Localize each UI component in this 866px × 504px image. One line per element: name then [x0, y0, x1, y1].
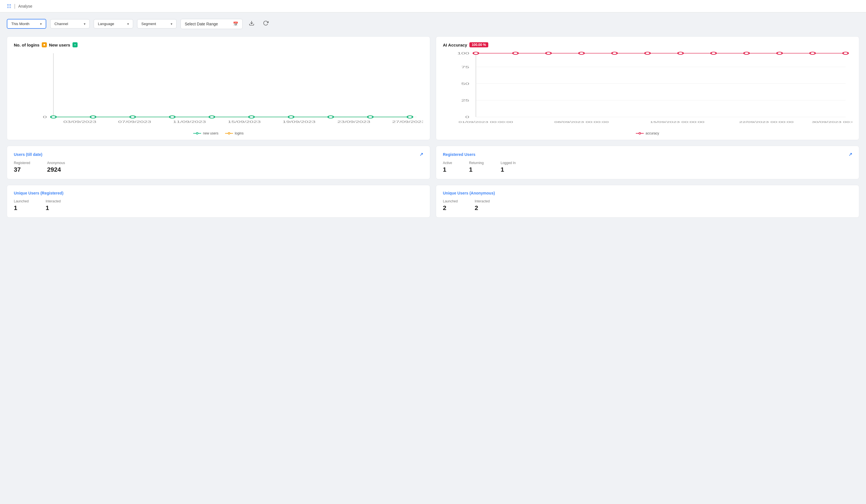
svg-text:15/09/2023: 15/09/2023 — [227, 121, 260, 124]
svg-point-55 — [777, 52, 782, 54]
channel-dropdown[interactable]: Channel ▾ — [50, 19, 90, 28]
accuracy-chart-title: AI Accuracy 100.00 % — [443, 42, 852, 47]
returning-value: 1 — [469, 166, 484, 173]
svg-text:100: 100 — [457, 51, 469, 55]
legend-accuracy: accuracy — [636, 131, 659, 135]
active-stat: Active 1 — [443, 161, 452, 173]
svg-text:07/09/2023: 07/09/2023 — [118, 121, 151, 124]
accuracy-chart-card: AI Accuracy 100.00 % 0 25 50 7 — [436, 36, 859, 140]
logged-in-stat: Logged In 1 — [501, 161, 516, 173]
language-dropdown[interactable]: Language ▾ — [94, 19, 133, 28]
unique-anon-launched-value: 2 — [443, 204, 458, 212]
svg-point-27 — [407, 116, 413, 118]
unique-anonymous-stats: Launched 2 Interacted 2 — [443, 199, 852, 212]
registered-stat: Registered 37 — [14, 161, 30, 173]
legend-logins: logins — [225, 131, 243, 135]
users-till-date-title: Users (till date) ↗ — [14, 152, 423, 157]
unique-reg-interacted-value: 1 — [46, 204, 60, 212]
registered-users-stats: Active 1 Returning 1 Logged In 1 — [443, 161, 852, 173]
date-range-picker[interactable]: Select Date Range 📅 — [180, 19, 243, 29]
svg-text:03/09/2023: 03/09/2023 — [64, 121, 97, 124]
accuracy-chart-area: 0 25 50 75 100 — [443, 50, 852, 129]
svg-text:30/09/2023 00:00:00: 30/09/2023 00:00:00 — [812, 121, 852, 124]
svg-point-23 — [249, 116, 254, 118]
svg-point-21 — [169, 116, 175, 118]
svg-text:11/09/2023: 11/09/2023 — [173, 121, 206, 124]
svg-text:0: 0 — [465, 115, 469, 119]
svg-point-49 — [579, 52, 584, 54]
svg-point-22 — [209, 116, 215, 118]
chevron-down-icon: ▾ — [40, 22, 42, 26]
accuracy-chart-legend: accuracy — [443, 131, 852, 135]
svg-point-48 — [546, 52, 551, 54]
svg-point-52 — [678, 52, 683, 54]
refresh-button[interactable] — [260, 18, 271, 30]
returning-stat: Returning 1 — [469, 161, 484, 173]
svg-point-19 — [90, 116, 96, 118]
unique-anon-interacted-value: 2 — [475, 204, 490, 212]
topbar-divider: | — [14, 3, 15, 9]
svg-text:15/09/2023 00:00:00: 15/09/2023 00:00:00 — [650, 121, 704, 124]
svg-point-18 — [51, 116, 56, 118]
chevron-down-icon: ▾ — [171, 22, 173, 26]
unique-anonymous-title: Unique Users (Anonymous) — [443, 191, 852, 195]
svg-point-54 — [744, 52, 749, 54]
svg-text:01/09/2023 00:00:00: 01/09/2023 00:00:00 — [459, 121, 513, 124]
svg-text:08/09/2023 00:00:00: 08/09/2023 00:00:00 — [554, 121, 609, 124]
svg-text:19/09/2023: 19/09/2023 — [282, 121, 315, 124]
svg-point-24 — [289, 116, 294, 118]
charts-row: No. of logins New users — [7, 36, 859, 140]
this-month-dropdown[interactable]: This Month ▾ — [7, 19, 46, 29]
registered-users-card: Registered Users ↗ Active 1 Returning 1 … — [436, 146, 859, 179]
unique-anon-launched-stat: Launched 2 — [443, 199, 458, 212]
anonymous-stat: Anonymous 2924 — [47, 161, 65, 173]
unique-registered-title: Unique Users (Registered) — [14, 191, 423, 195]
logins-chart-area: 0 — [14, 50, 423, 129]
logins-badge — [42, 42, 47, 47]
logins-chart-card: No. of logins New users — [7, 36, 430, 140]
users-till-date-link-icon[interactable]: ↗ — [420, 152, 423, 157]
svg-text:27/09/2023: 27/09/2023 — [392, 121, 423, 124]
unique-anon-interacted-stat: Interacted 2 — [475, 199, 490, 212]
main-content: This Month ▾ Channel ▾ Language ▾ Segmen… — [0, 12, 866, 229]
new-users-badge — [73, 42, 78, 47]
svg-point-56 — [810, 52, 815, 54]
svg-point-51 — [645, 52, 650, 54]
unique-anonymous-card: Unique Users (Anonymous) Launched 2 Inte… — [436, 185, 859, 218]
export-button[interactable] — [246, 18, 257, 30]
unique-registered-stats: Launched 1 Interacted 1 — [14, 199, 423, 212]
unique-registered-card: Unique Users (Registered) Launched 1 Int… — [7, 185, 430, 218]
svg-point-47 — [513, 52, 518, 54]
unique-reg-launched-stat: Launched 1 — [14, 199, 29, 212]
svg-text:23/09/2023: 23/09/2023 — [337, 121, 370, 124]
calendar-icon: 📅 — [233, 21, 238, 26]
svg-text:25: 25 — [461, 99, 469, 102]
svg-point-50 — [612, 52, 617, 54]
active-value: 1 — [443, 166, 452, 173]
svg-point-20 — [130, 116, 135, 118]
stats-row-2: Unique Users (Registered) Launched 1 Int… — [7, 185, 859, 218]
stats-row-1: Users (till date) ↗ Registered 37 Anonym… — [7, 146, 859, 179]
svg-point-26 — [368, 116, 373, 118]
unique-reg-interacted-stat: Interacted 1 — [46, 199, 60, 212]
registered-users-title: Registered Users ↗ — [443, 152, 852, 157]
svg-point-53 — [711, 52, 716, 54]
segment-dropdown[interactable]: Segment ▾ — [137, 19, 177, 28]
logins-chart-title: No. of logins New users — [14, 42, 423, 47]
unique-reg-launched-value: 1 — [14, 204, 29, 212]
users-till-date-card: Users (till date) ↗ Registered 37 Anonym… — [7, 146, 430, 179]
logged-in-value: 1 — [501, 166, 516, 173]
chevron-down-icon: ▾ — [127, 22, 129, 26]
registered-users-link-icon[interactable]: ↗ — [848, 152, 852, 157]
logins-chart-legend: new users logins — [14, 131, 423, 135]
accuracy-badge: 100.00 % — [469, 42, 488, 47]
users-till-date-stats: Registered 37 Anonymous 2924 — [14, 161, 423, 173]
topbar: ☷ | Analyse — [0, 0, 866, 12]
svg-point-1 — [43, 44, 45, 46]
svg-point-57 — [843, 52, 848, 54]
svg-point-46 — [473, 52, 479, 54]
topbar-title: Analyse — [18, 4, 32, 9]
chevron-down-icon: ▾ — [84, 22, 86, 26]
legend-new-users: new users — [193, 131, 218, 135]
svg-text:75: 75 — [461, 65, 469, 69]
